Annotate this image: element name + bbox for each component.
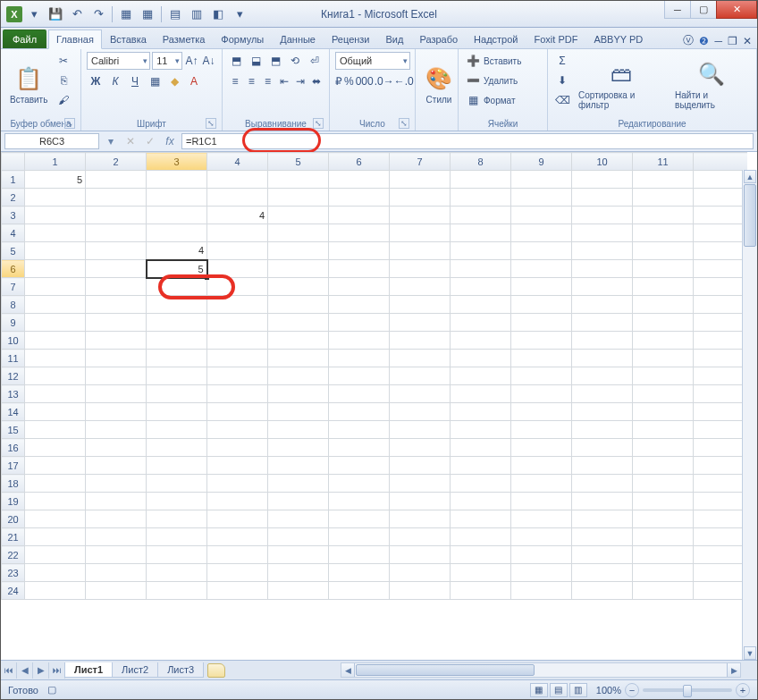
autosum-button[interactable]: Σ xyxy=(553,52,571,70)
cell[interactable] xyxy=(25,403,86,421)
cell[interactable] xyxy=(572,528,633,546)
cell[interactable] xyxy=(86,439,147,457)
cell[interactable] xyxy=(329,457,390,475)
cell[interactable] xyxy=(633,546,694,564)
cell[interactable] xyxy=(511,242,572,260)
cell[interactable] xyxy=(268,242,329,260)
last-sheet-button[interactable]: ⏭ xyxy=(49,662,65,679)
cell[interactable] xyxy=(633,439,694,457)
tab-developer[interactable]: Разрабо xyxy=(411,30,466,48)
row-header[interactable]: 12 xyxy=(2,367,25,385)
cell[interactable] xyxy=(451,207,511,224)
font-size-select[interactable]: 11 xyxy=(152,52,182,70)
cell[interactable] xyxy=(86,242,147,260)
cell[interactable] xyxy=(329,189,390,207)
cell[interactable] xyxy=(451,510,511,528)
page-break-view-button[interactable]: ▥ xyxy=(569,683,587,697)
row-header[interactable]: 4 xyxy=(2,224,25,242)
cell[interactable] xyxy=(25,528,86,546)
row-header[interactable]: 24 xyxy=(2,582,25,600)
row-header[interactable]: 14 xyxy=(2,403,25,421)
cell[interactable] xyxy=(329,242,390,260)
cell[interactable] xyxy=(268,171,329,189)
redo-button[interactable]: ↷ xyxy=(88,4,108,24)
cell[interactable] xyxy=(511,224,572,242)
cell[interactable] xyxy=(451,242,511,260)
cell[interactable] xyxy=(329,564,390,582)
delete-cells-button[interactable]: ➖ xyxy=(464,72,482,89)
cell[interactable] xyxy=(572,171,633,189)
qat-more[interactable]: ▾ xyxy=(230,4,249,24)
cell[interactable] xyxy=(86,367,147,385)
cell[interactable] xyxy=(329,224,390,242)
cell[interactable] xyxy=(25,475,86,493)
cell[interactable] xyxy=(390,171,451,189)
decrease-indent-button[interactable]: ⇤ xyxy=(277,72,291,90)
column-header[interactable]: 9 xyxy=(511,153,572,171)
cell[interactable] xyxy=(451,260,511,278)
cell[interactable] xyxy=(572,332,633,350)
format-painter-button[interactable]: 🖌 xyxy=(55,91,72,109)
cell[interactable] xyxy=(390,296,451,314)
row-header[interactable]: 9 xyxy=(2,314,25,332)
column-header[interactable]: 4 xyxy=(207,153,268,171)
macro-record-icon[interactable]: ▢ xyxy=(47,684,56,696)
cell[interactable] xyxy=(633,528,694,546)
cell[interactable] xyxy=(268,314,329,332)
cell[interactable] xyxy=(390,546,451,564)
cell[interactable] xyxy=(511,421,572,439)
cell[interactable] xyxy=(86,403,147,421)
cell[interactable] xyxy=(86,385,147,403)
tab-data[interactable]: Данные xyxy=(272,30,324,48)
font-color-button[interactable]: A xyxy=(185,72,203,90)
row-header[interactable]: 21 xyxy=(2,528,25,546)
cell[interactable] xyxy=(147,224,207,242)
cell[interactable] xyxy=(207,314,268,332)
cell[interactable] xyxy=(633,421,694,439)
cell[interactable] xyxy=(329,171,390,189)
column-header[interactable]: 11 xyxy=(633,153,694,171)
cell[interactable] xyxy=(207,493,268,510)
cell[interactable] xyxy=(268,493,329,510)
clipboard-dialog-launcher[interactable]: ⤡ xyxy=(64,118,75,129)
font-dialog-launcher[interactable]: ⤡ xyxy=(206,118,216,129)
cell[interactable] xyxy=(25,546,86,564)
cell[interactable] xyxy=(572,546,633,564)
cell[interactable] xyxy=(25,493,86,510)
cell[interactable] xyxy=(451,528,511,546)
cell[interactable] xyxy=(147,385,207,403)
help-button[interactable]: ❷ xyxy=(699,35,709,47)
number-format-select[interactable]: Общий xyxy=(335,52,410,70)
cell[interactable] xyxy=(329,510,390,528)
merge-button[interactable]: ⬌ xyxy=(309,72,324,90)
cell[interactable] xyxy=(25,510,86,528)
cell[interactable] xyxy=(147,528,207,546)
qat-dropdown[interactable]: ▾ xyxy=(24,4,44,24)
cell[interactable] xyxy=(207,421,268,439)
cell[interactable] xyxy=(572,403,633,421)
cell[interactable] xyxy=(451,350,511,367)
cell[interactable] xyxy=(511,403,572,421)
cell[interactable] xyxy=(633,564,694,582)
cell[interactable] xyxy=(147,171,207,189)
cell[interactable] xyxy=(207,278,268,296)
cell[interactable] xyxy=(633,367,694,385)
undo-button[interactable]: ↶ xyxy=(67,4,87,24)
cell[interactable] xyxy=(572,475,633,493)
cell[interactable] xyxy=(633,260,694,278)
page-layout-view-button[interactable]: ▤ xyxy=(550,683,568,697)
cell[interactable] xyxy=(329,207,390,224)
sort-filter-button[interactable]: 🗃 Сортировка и фильтр xyxy=(575,52,668,117)
tab-insert[interactable]: Вставка xyxy=(102,30,155,48)
cell[interactable] xyxy=(572,207,633,224)
align-left-button[interactable]: ≡ xyxy=(228,72,242,90)
cell[interactable] xyxy=(268,332,329,350)
cell[interactable] xyxy=(511,475,572,493)
cell[interactable] xyxy=(511,510,572,528)
cell[interactable] xyxy=(572,564,633,582)
cell[interactable] xyxy=(268,189,329,207)
cell[interactable] xyxy=(86,314,147,332)
tab-abbyy[interactable]: ABBYY PD xyxy=(585,30,651,48)
cell[interactable] xyxy=(633,403,694,421)
row-header[interactable]: 16 xyxy=(2,439,25,457)
